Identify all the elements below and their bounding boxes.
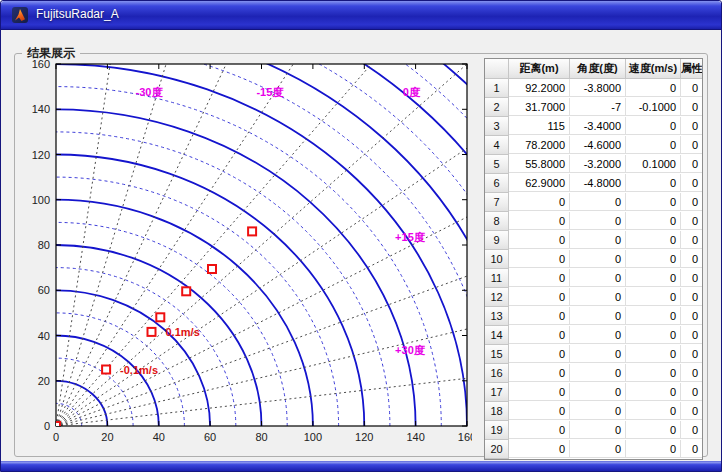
table-cell[interactable]: 0 <box>509 345 570 363</box>
table-cell[interactable]: 0 <box>570 383 626 401</box>
table-cell[interactable]: 0 <box>626 307 681 325</box>
row-number-cell: 14 <box>485 326 509 345</box>
table-cell[interactable]: 0 <box>509 440 570 458</box>
table-cell[interactable]: 0 <box>681 402 702 420</box>
table-cell[interactable]: 0 <box>509 421 570 439</box>
table-cell[interactable]: 0 <box>681 212 702 230</box>
table-cell[interactable]: 0 <box>509 326 570 344</box>
row-number-cell: 7 <box>485 193 509 212</box>
table-cell[interactable]: 55.8000 <box>509 155 570 173</box>
table-cell[interactable]: 0 <box>509 212 570 230</box>
row-number-cell: 11 <box>485 269 509 288</box>
table-cell[interactable]: 0 <box>626 326 681 344</box>
table-cell[interactable]: 0 <box>681 364 702 382</box>
table-cell[interactable]: 0 <box>509 231 570 249</box>
row-number-cell: 18 <box>485 402 509 421</box>
table-cell[interactable]: -4.8000 <box>570 174 626 192</box>
table-cell[interactable]: 0 <box>570 421 626 439</box>
table-cell[interactable]: 0 <box>626 364 681 382</box>
table-cell[interactable]: 0 <box>626 117 681 135</box>
table-cell[interactable]: 0 <box>509 288 570 306</box>
table-cell[interactable]: 0 <box>570 231 626 249</box>
table-cell[interactable]: 0 <box>570 402 626 420</box>
svg-text:20: 20 <box>101 431 113 443</box>
table-cell[interactable]: 0 <box>509 383 570 401</box>
table-cell[interactable]: 0 <box>626 250 681 268</box>
table-cell[interactable]: 0 <box>570 326 626 344</box>
svg-text:60: 60 <box>204 431 216 443</box>
table-cell[interactable]: -3.8000 <box>570 79 626 97</box>
title-bar[interactable]: FujitsuRadar_A <box>1 1 721 30</box>
table-cell[interactable]: 0 <box>509 250 570 268</box>
table-cell[interactable]: 0 <box>681 136 702 154</box>
table-cell[interactable]: 0 <box>681 421 702 439</box>
table-cell[interactable]: 0 <box>681 193 702 211</box>
table-cell[interactable]: 0 <box>570 250 626 268</box>
table-cell[interactable]: -7 <box>570 98 626 116</box>
table-cell[interactable]: 0 <box>681 79 702 97</box>
table-cell[interactable]: -4.6000 <box>570 136 626 154</box>
table-cell[interactable]: 0 <box>570 212 626 230</box>
table-cell[interactable]: 0 <box>681 326 702 344</box>
table-cell[interactable]: 0 <box>509 193 570 211</box>
table-cell[interactable]: 0 <box>570 307 626 325</box>
table-cell[interactable]: -3.4000 <box>570 117 626 135</box>
table-cell[interactable]: 0 <box>626 383 681 401</box>
table-cell[interactable]: 0 <box>570 193 626 211</box>
table-row: 200000 <box>485 440 702 459</box>
table-cell[interactable]: 0 <box>626 136 681 154</box>
table-cell[interactable]: 0 <box>626 269 681 287</box>
row-number-cell: 8 <box>485 212 509 231</box>
table-cell[interactable]: 62.9000 <box>509 174 570 192</box>
table-row: 180000 <box>485 402 702 421</box>
svg-text:100: 100 <box>32 194 50 206</box>
window-title: FujitsuRadar_A <box>36 1 119 28</box>
table-row: 140000 <box>485 326 702 345</box>
table-cell[interactable]: -0.1000 <box>626 98 681 116</box>
target-marker <box>102 366 110 374</box>
table-cell[interactable]: 0 <box>570 345 626 363</box>
row-number-cell: 17 <box>485 383 509 402</box>
radar-plot: 0204060801001201401600204060801001201401… <box>26 57 472 457</box>
table-cell[interactable]: 0 <box>681 269 702 287</box>
table-cell[interactable]: 31.7000 <box>509 98 570 116</box>
table-cell[interactable]: 0 <box>681 117 702 135</box>
table-cell[interactable]: 0 <box>509 364 570 382</box>
table-cell[interactable]: 0 <box>570 364 626 382</box>
table-cell[interactable]: 0 <box>626 193 681 211</box>
table-cell[interactable]: 0 <box>626 212 681 230</box>
table-cell[interactable]: -3.2000 <box>570 155 626 173</box>
table-cell[interactable]: 92.2000 <box>509 79 570 97</box>
table-cell[interactable]: 0 <box>626 421 681 439</box>
table-cell[interactable]: 0 <box>681 250 702 268</box>
table-cell[interactable]: 0 <box>681 231 702 249</box>
table-cell[interactable]: 0 <box>626 174 681 192</box>
table-cell[interactable]: 0 <box>681 440 702 458</box>
table-cell[interactable]: 0 <box>570 288 626 306</box>
table-cell[interactable]: 0 <box>681 383 702 401</box>
table-cell[interactable]: 0 <box>570 440 626 458</box>
table-cell[interactable]: 0 <box>626 440 681 458</box>
table-cell[interactable]: 0 <box>509 307 570 325</box>
table-cell[interactable]: 0 <box>681 288 702 306</box>
table-row: 192.2000-3.800000 <box>485 79 702 98</box>
table-cell[interactable]: 0 <box>570 269 626 287</box>
table-cell[interactable]: 0 <box>626 79 681 97</box>
table-cell[interactable]: 0 <box>509 269 570 287</box>
table-cell[interactable]: 0 <box>681 307 702 325</box>
table-cell[interactable]: 0 <box>626 345 681 363</box>
table-cell[interactable]: 0.1000 <box>626 155 681 173</box>
table-row: 662.9000-4.800000 <box>485 174 702 193</box>
table-cell[interactable]: 0 <box>626 288 681 306</box>
table-cell[interactable]: 0 <box>509 402 570 420</box>
table-cell[interactable]: 0 <box>681 345 702 363</box>
table-cell[interactable]: 78.2000 <box>509 136 570 154</box>
table-row: 478.2000-4.600000 <box>485 136 702 155</box>
table-cell[interactable]: 0 <box>626 231 681 249</box>
table-cell[interactable]: 0 <box>681 155 702 173</box>
table-cell[interactable]: 115 <box>509 117 570 135</box>
table-cell[interactable]: 0 <box>681 98 702 116</box>
table-row: 70000 <box>485 193 702 212</box>
table-cell[interactable]: 0 <box>681 174 702 192</box>
table-cell[interactable]: 0 <box>626 402 681 420</box>
